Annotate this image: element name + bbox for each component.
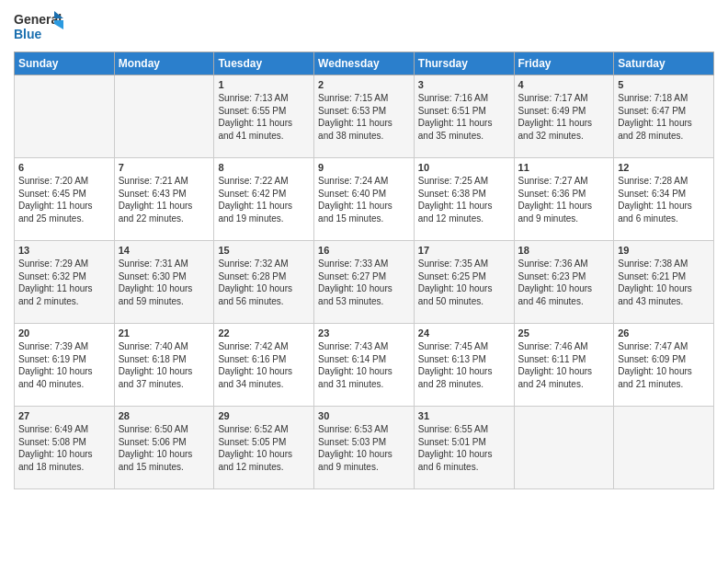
day-number: 5 <box>618 79 710 90</box>
calendar-cell: 16Sunrise: 7:33 AM Sunset: 6:27 PM Dayli… <box>314 241 415 324</box>
day-number: 24 <box>418 327 510 339</box>
day-number: 10 <box>418 162 510 173</box>
cell-content: Sunrise: 7:24 AM Sunset: 6:40 PM Dayligh… <box>318 175 410 224</box>
day-number: 11 <box>518 162 610 173</box>
day-number: 8 <box>218 162 310 173</box>
calendar-cell: 30Sunrise: 6:53 AM Sunset: 5:03 PM Dayli… <box>314 407 415 489</box>
day-number: 21 <box>119 327 210 339</box>
calendar-cell: 20Sunrise: 7:39 AM Sunset: 6:19 PM Dayli… <box>15 324 115 407</box>
day-number: 30 <box>318 410 410 421</box>
cell-content: Sunrise: 7:17 AM Sunset: 6:49 PM Dayligh… <box>518 92 610 142</box>
calendar-cell: 2Sunrise: 7:15 AM Sunset: 6:53 PM Daylig… <box>314 75 415 158</box>
calendar-header: SundayMondayTuesdayWednesdayThursdayFrid… <box>15 52 714 75</box>
calendar-cell <box>114 75 214 158</box>
cell-content: Sunrise: 7:33 AM Sunset: 6:27 PM Dayligh… <box>318 258 410 307</box>
day-number: 16 <box>318 245 410 256</box>
header: GeneralBlue <box>14 9 714 44</box>
calendar-cell: 23Sunrise: 7:43 AM Sunset: 6:14 PM Dayli… <box>314 324 415 407</box>
day-number: 4 <box>518 79 610 90</box>
calendar-cell: 7Sunrise: 7:21 AM Sunset: 6:43 PM Daylig… <box>114 158 214 241</box>
day-number: 1 <box>218 79 310 90</box>
calendar-cell <box>514 407 614 489</box>
week-row-2: 6Sunrise: 7:20 AM Sunset: 6:45 PM Daylig… <box>15 158 714 241</box>
day-number: 28 <box>119 410 210 421</box>
day-number: 27 <box>18 410 110 421</box>
calendar-cell: 15Sunrise: 7:32 AM Sunset: 6:28 PM Dayli… <box>214 241 314 324</box>
header-cell-tuesday: Tuesday <box>214 52 314 75</box>
logo: GeneralBlue <box>14 9 64 44</box>
cell-content: Sunrise: 7:28 AM Sunset: 6:34 PM Dayligh… <box>618 175 710 224</box>
day-number: 17 <box>418 245 510 256</box>
cell-content: Sunrise: 7:15 AM Sunset: 6:53 PM Dayligh… <box>318 92 410 142</box>
cell-content: Sunrise: 6:53 AM Sunset: 5:03 PM Dayligh… <box>318 423 410 473</box>
cell-content: Sunrise: 7:16 AM Sunset: 6:51 PM Dayligh… <box>418 92 510 142</box>
calendar-cell: 12Sunrise: 7:28 AM Sunset: 6:34 PM Dayli… <box>614 158 714 241</box>
header-cell-monday: Monday <box>114 52 214 75</box>
header-row: SundayMondayTuesdayWednesdayThursdayFrid… <box>15 52 714 75</box>
day-number: 3 <box>418 79 510 90</box>
day-number: 25 <box>518 327 610 339</box>
day-number: 31 <box>418 410 510 421</box>
header-cell-wednesday: Wednesday <box>314 52 415 75</box>
calendar-cell: 4Sunrise: 7:17 AM Sunset: 6:49 PM Daylig… <box>514 75 614 158</box>
calendar-cell: 14Sunrise: 7:31 AM Sunset: 6:30 PM Dayli… <box>114 241 214 324</box>
day-number: 29 <box>218 410 310 421</box>
cell-content: Sunrise: 7:20 AM Sunset: 6:45 PM Dayligh… <box>18 175 110 224</box>
cell-content: Sunrise: 7:39 AM Sunset: 6:19 PM Dayligh… <box>18 340 110 390</box>
calendar-cell: 13Sunrise: 7:29 AM Sunset: 6:32 PM Dayli… <box>15 241 115 324</box>
cell-content: Sunrise: 7:22 AM Sunset: 6:42 PM Dayligh… <box>218 175 310 224</box>
cell-content: Sunrise: 7:29 AM Sunset: 6:32 PM Dayligh… <box>18 258 110 307</box>
cell-content: Sunrise: 7:46 AM Sunset: 6:11 PM Dayligh… <box>518 340 610 390</box>
calendar-cell: 29Sunrise: 6:52 AM Sunset: 5:05 PM Dayli… <box>214 407 314 489</box>
cell-content: Sunrise: 7:43 AM Sunset: 6:14 PM Dayligh… <box>318 340 410 390</box>
cell-content: Sunrise: 7:27 AM Sunset: 6:36 PM Dayligh… <box>518 175 610 224</box>
cell-content: Sunrise: 6:55 AM Sunset: 5:01 PM Dayligh… <box>418 423 510 473</box>
svg-text:Blue: Blue <box>14 27 42 41</box>
cell-content: Sunrise: 7:38 AM Sunset: 6:21 PM Dayligh… <box>618 258 710 307</box>
cell-content: Sunrise: 7:47 AM Sunset: 6:09 PM Dayligh… <box>618 340 710 390</box>
calendar-cell: 25Sunrise: 7:46 AM Sunset: 6:11 PM Dayli… <box>514 324 614 407</box>
week-row-4: 20Sunrise: 7:39 AM Sunset: 6:19 PM Dayli… <box>15 324 714 407</box>
cell-content: Sunrise: 6:49 AM Sunset: 5:08 PM Dayligh… <box>18 423 110 473</box>
calendar-cell: 1Sunrise: 7:13 AM Sunset: 6:55 PM Daylig… <box>214 75 314 158</box>
calendar-cell: 11Sunrise: 7:27 AM Sunset: 6:36 PM Dayli… <box>514 158 614 241</box>
calendar-cell <box>15 75 115 158</box>
calendar-cell: 6Sunrise: 7:20 AM Sunset: 6:45 PM Daylig… <box>15 158 115 241</box>
cell-content: Sunrise: 7:32 AM Sunset: 6:28 PM Dayligh… <box>218 258 310 307</box>
cell-content: Sunrise: 7:21 AM Sunset: 6:43 PM Dayligh… <box>119 175 210 224</box>
day-number: 13 <box>18 245 110 256</box>
calendar-body: 1Sunrise: 7:13 AM Sunset: 6:55 PM Daylig… <box>15 75 714 489</box>
cell-content: Sunrise: 7:45 AM Sunset: 6:13 PM Dayligh… <box>418 340 510 390</box>
day-number: 22 <box>218 327 310 339</box>
day-number: 15 <box>218 245 310 256</box>
calendar-cell: 8Sunrise: 7:22 AM Sunset: 6:42 PM Daylig… <box>214 158 314 241</box>
calendar-cell: 26Sunrise: 7:47 AM Sunset: 6:09 PM Dayli… <box>614 324 714 407</box>
cell-content: Sunrise: 7:31 AM Sunset: 6:30 PM Dayligh… <box>119 258 210 307</box>
day-number: 14 <box>119 245 210 256</box>
cell-content: Sunrise: 6:50 AM Sunset: 5:06 PM Dayligh… <box>119 423 210 473</box>
cell-content: Sunrise: 7:18 AM Sunset: 6:47 PM Dayligh… <box>618 92 710 142</box>
logo-svg: GeneralBlue <box>14 9 64 44</box>
calendar-cell: 10Sunrise: 7:25 AM Sunset: 6:38 PM Dayli… <box>414 158 514 241</box>
calendar-cell: 27Sunrise: 6:49 AM Sunset: 5:08 PM Dayli… <box>15 407 115 489</box>
day-number: 20 <box>18 327 110 339</box>
day-number: 18 <box>518 245 610 256</box>
cell-content: Sunrise: 7:42 AM Sunset: 6:16 PM Dayligh… <box>218 340 310 390</box>
cell-content: Sunrise: 7:40 AM Sunset: 6:18 PM Dayligh… <box>119 340 210 390</box>
cell-content: Sunrise: 6:52 AM Sunset: 5:05 PM Dayligh… <box>218 423 310 473</box>
day-number: 12 <box>618 162 710 173</box>
week-row-3: 13Sunrise: 7:29 AM Sunset: 6:32 PM Dayli… <box>15 241 714 324</box>
page: GeneralBlue SundayMondayTuesdayWednesday… <box>0 0 728 503</box>
day-number: 6 <box>18 162 110 173</box>
calendar-cell: 21Sunrise: 7:40 AM Sunset: 6:18 PM Dayli… <box>114 324 214 407</box>
calendar-cell: 22Sunrise: 7:42 AM Sunset: 6:16 PM Dayli… <box>214 324 314 407</box>
header-cell-friday: Friday <box>514 52 614 75</box>
header-cell-sunday: Sunday <box>15 52 115 75</box>
cell-content: Sunrise: 7:35 AM Sunset: 6:25 PM Dayligh… <box>418 258 510 307</box>
calendar-cell: 24Sunrise: 7:45 AM Sunset: 6:13 PM Dayli… <box>414 324 514 407</box>
cell-content: Sunrise: 7:36 AM Sunset: 6:23 PM Dayligh… <box>518 258 610 307</box>
header-cell-thursday: Thursday <box>414 52 514 75</box>
calendar-cell: 17Sunrise: 7:35 AM Sunset: 6:25 PM Dayli… <box>414 241 514 324</box>
calendar-cell: 3Sunrise: 7:16 AM Sunset: 6:51 PM Daylig… <box>414 75 514 158</box>
day-number: 23 <box>318 327 410 339</box>
